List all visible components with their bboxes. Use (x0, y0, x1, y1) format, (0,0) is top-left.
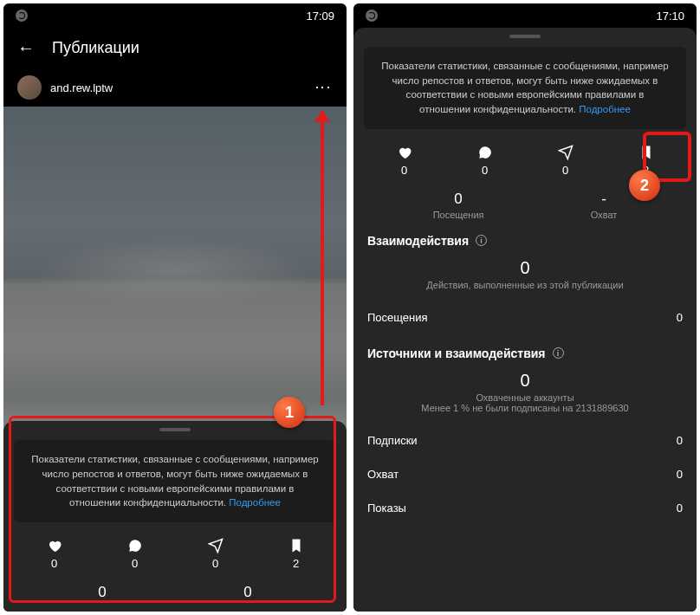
phone-right: 17:10 Показатели статистики, связанные с… (353, 3, 697, 612)
heart-icon (47, 538, 62, 554)
sources-subtext: Охваченные аккаунты Менее 1 % не были по… (353, 391, 697, 424)
reach-label: Охват (591, 210, 618, 220)
visits-value: 0 (98, 584, 106, 601)
shazam-icon (366, 10, 378, 22)
row-visits-value: 0 (677, 311, 683, 324)
insights-sheet[interactable]: Показатели статистики, связанные с сообщ… (3, 421, 347, 612)
privacy-notice: Показатели статистики, связанные с сообщ… (14, 440, 336, 522)
comment-icon (127, 538, 143, 554)
row-visits: Посещения 0 (353, 301, 697, 334)
annotation-step-2: 2 (629, 170, 660, 201)
stat-likes: 0 (383, 145, 426, 177)
comments-value: 0 (482, 164, 488, 177)
row-subs-label: Подписки (367, 434, 418, 447)
saves-value: 2 (293, 557, 299, 570)
interactions-subtext: Действия, выполненные из этой публикации (353, 278, 697, 301)
avatar[interactable] (17, 75, 42, 100)
row-reach-value: 0 (677, 468, 683, 481)
learn-more-link[interactable]: Подробнее (229, 497, 281, 508)
row-impressions: Показы 0 (353, 491, 697, 525)
info-icon[interactable]: i (476, 235, 487, 246)
status-time: 17:09 (306, 10, 334, 23)
interactions-label: Взаимодействия (367, 234, 469, 248)
visits-label: Посещения (433, 210, 484, 220)
header: ← Публикации (3, 28, 347, 68)
annotation-step-1: 1 (274, 397, 305, 428)
stat-shares: 0 (194, 538, 237, 570)
status-icons-left (366, 10, 378, 22)
annotation-arrow (321, 111, 324, 405)
heart-icon (397, 145, 412, 160)
bookmark-icon (638, 145, 654, 160)
sheet-handle-icon[interactable] (509, 35, 541, 38)
more-options-icon[interactable]: ⋮ (314, 80, 333, 95)
row-subscriptions: Подписки 0 (353, 424, 697, 457)
comment-icon (477, 145, 493, 160)
row-imp-value: 0 (677, 502, 683, 515)
learn-more-link[interactable]: Подробнее (579, 104, 631, 114)
interactions-value: 0 (353, 251, 697, 278)
sheet-handle-icon[interactable] (159, 428, 191, 431)
reach-value: - (591, 191, 618, 208)
two-stat-row: 0 0 (3, 579, 347, 605)
back-icon[interactable]: ← (17, 38, 35, 58)
interactions-heading: Взаимодействия i (353, 222, 697, 251)
comments-value: 0 (132, 557, 138, 570)
likes-value: 0 (51, 557, 57, 570)
info-icon[interactable]: i (553, 347, 564, 359)
send-icon (208, 538, 224, 554)
sources-label: Источники и взаимодействия (367, 346, 546, 360)
status-time: 17:10 (656, 10, 684, 23)
status-bar: 17:09 (3, 3, 347, 28)
shazam-icon (16, 10, 28, 22)
status-bar: 17:10 (353, 3, 697, 28)
row-imp-label: Показы (367, 502, 406, 515)
privacy-notice: Показатели статистики, связанные с сообщ… (364, 47, 686, 129)
shares-value: 0 (212, 557, 218, 570)
username[interactable]: and.rew.lptw (50, 81, 305, 94)
stat-saves: 2 (275, 538, 318, 570)
visits-value: 0 (433, 191, 484, 208)
post-author-row[interactable]: and.rew.lptw ⋮ (3, 68, 347, 107)
likes-value: 0 (401, 164, 407, 177)
stat-shares: 0 (544, 145, 587, 177)
insights-sheet-expanded[interactable]: Показатели статистики, связанные с сообщ… (353, 28, 697, 612)
sources-heading: Источники и взаимодействия i (353, 334, 697, 364)
visits-stat: 0 Посещения (433, 191, 484, 220)
sources-sub2: Менее 1 % не были подписаны на 213188963… (421, 403, 628, 413)
quick-stats-row: 0 0 0 2 (3, 534, 347, 579)
row-subs-value: 0 (677, 434, 683, 447)
reach-value: 0 (243, 584, 251, 601)
bookmark-icon (288, 538, 304, 554)
phone-left: 17:09 ← Публикации and.rew.lptw ⋮ Показа… (3, 3, 347, 612)
status-icons-left (16, 10, 28, 22)
sources-sub1: Охваченные аккаунты (476, 392, 574, 403)
visits-stat: 0 (98, 584, 106, 603)
send-icon (558, 145, 574, 160)
stat-comments: 0 (463, 145, 507, 177)
shares-value: 0 (562, 164, 568, 177)
stat-comments: 0 (113, 538, 157, 570)
sources-value: 0 (353, 364, 697, 391)
row-reach: Охват 0 (353, 457, 697, 491)
stat-likes: 0 (33, 538, 76, 570)
page-title: Публикации (52, 39, 139, 57)
reach-stat: - Охват (591, 191, 618, 220)
row-reach-label: Охват (367, 468, 399, 481)
row-visits-label: Посещения (367, 311, 428, 324)
reach-stat: 0 (243, 584, 251, 603)
